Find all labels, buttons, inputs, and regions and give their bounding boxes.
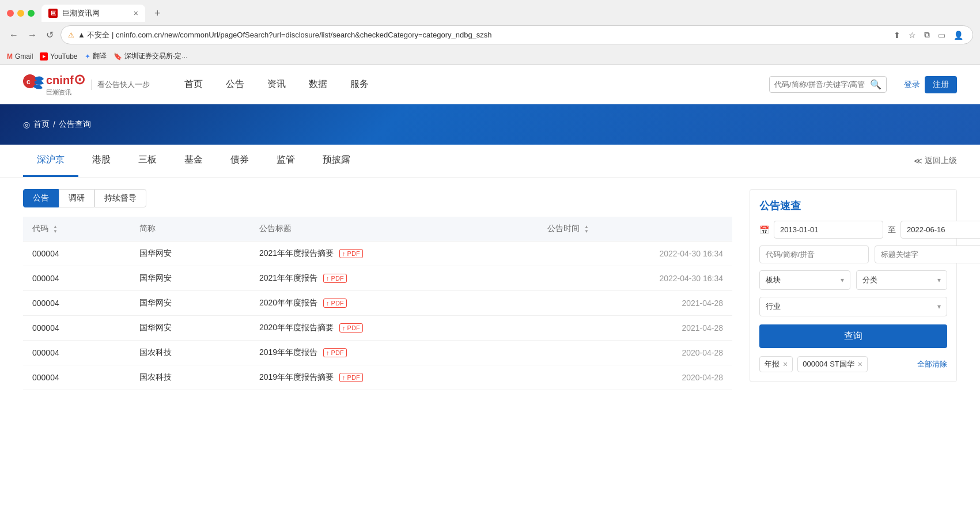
translate-icon: ✦	[85, 52, 90, 61]
new-tab-button[interactable]: +	[150, 5, 165, 22]
back-to-parent[interactable]: ≪ 返回上级	[914, 156, 957, 166]
filter-tag-company-code: 000004 ST国华 ×	[797, 356, 868, 372]
cell-name: 国农科技	[130, 341, 250, 365]
subnav-regulation[interactable]: 监管	[263, 145, 309, 177]
query-button[interactable]: 查询	[759, 324, 947, 348]
query-title-highlight: 速查	[780, 200, 801, 211]
col-header-time[interactable]: 公告时间 ▲▼	[538, 217, 732, 241]
site-search-box[interactable]: 🔍	[769, 76, 887, 93]
pdf-badge: ↑ PDF	[323, 299, 347, 308]
register-button[interactable]: 注册	[925, 76, 957, 93]
share-button[interactable]: ⬆	[891, 29, 903, 41]
industry-select[interactable]: 行业 ▾	[759, 297, 947, 316]
subnav-fund[interactable]: 基金	[171, 145, 217, 177]
cell-time: 2021-04-28	[538, 291, 732, 316]
date-to-input[interactable]	[900, 221, 980, 239]
right-panel: 公告速查 📅 至 板块 ▾ 分类 ▾	[750, 189, 957, 390]
bookmark-szse-label: 深圳证券交易所-定...	[124, 51, 188, 61]
cell-code: 000004	[23, 241, 130, 266]
col-header-code[interactable]: 代码 ▲▼	[23, 217, 130, 241]
filter-tag-annual-report: 年报 ×	[759, 356, 793, 372]
close-window-button[interactable]	[7, 10, 14, 17]
tab-title: 巨潮资讯网	[62, 8, 100, 18]
active-filters: 年报 × 000004 ST国华 × 全部清除	[759, 356, 947, 372]
cell-name: 国华网安	[130, 266, 250, 291]
address-bar[interactable]: ⚠ ▲ 不安全 | cninfo.com.cn/new/commonUrl/pa…	[60, 25, 973, 44]
cell-title[interactable]: 2019年年度报告 ↑ PDF	[250, 341, 538, 365]
svg-text:c: c	[27, 78, 31, 86]
cell-time: 2022-04-30 16:34	[538, 241, 732, 266]
minimize-window-button[interactable]	[17, 10, 24, 17]
back-label: 返回上级	[925, 156, 957, 166]
nav-announcement[interactable]: 公告	[226, 78, 244, 90]
subnav-pre-disclosure[interactable]: 预披露	[309, 145, 364, 177]
industry-label: 行业	[766, 301, 781, 312]
logo-area[interactable]: c cninf⊙ 巨潮资讯 看公告快人一步	[23, 72, 150, 97]
nav-service[interactable]: 服务	[350, 78, 369, 90]
cell-name: 国华网安	[130, 241, 250, 266]
logo-icon: c	[23, 74, 45, 95]
table-row: 000004 国华网安 2020年年度报告 ↑ PDF 2021-04-28	[23, 291, 732, 316]
filter-tag-close-annual[interactable]: ×	[783, 360, 788, 369]
cell-name: 国农科技	[130, 365, 250, 390]
bookmark-gmail[interactable]: M Gmail	[7, 52, 33, 61]
tab-research[interactable]: 调研	[59, 189, 94, 207]
browser-titlebar: 巨 巨潮资讯网 × +	[0, 0, 980, 22]
login-button[interactable]: 登录	[904, 80, 920, 90]
table-row: 000004 国华网安 2021年年度报告 ↑ PDF 2022-04-30 1…	[23, 266, 732, 291]
industry-row: 行业 ▾	[759, 297, 947, 316]
keyword-search-input[interactable]	[875, 245, 980, 263]
cell-code: 000004	[23, 341, 130, 365]
bookmark-translate[interactable]: ✦ 翻译	[85, 51, 107, 61]
site-search-input[interactable]	[774, 80, 867, 89]
site-search-button[interactable]: 🔍	[870, 79, 881, 90]
cell-title[interactable]: 2021年年度报告 ↑ PDF	[250, 266, 538, 291]
site-tagline: 看公告快人一步	[91, 80, 150, 90]
cell-title[interactable]: 2021年年度报告摘要 ↑ PDF	[250, 241, 538, 266]
cell-title[interactable]: 2020年年度报告 ↑ PDF	[250, 291, 538, 316]
tab-announcement[interactable]: 公告	[23, 189, 59, 207]
board-select[interactable]: 板块 ▾	[759, 270, 850, 290]
nav-home[interactable]: 首页	[184, 78, 203, 90]
sort-icon-time[interactable]: ▲▼	[584, 225, 589, 234]
site-header: c cninf⊙ 巨潮资讯 看公告快人一步 首页 公告 资讯 数据 服务 🔍	[0, 65, 980, 104]
filter-tag-close-company[interactable]: ×	[858, 360, 862, 369]
col-header-title: 公告标题	[250, 217, 538, 241]
bookmark-gmail-label: Gmail	[15, 52, 33, 61]
subnav-bond[interactable]: 债券	[217, 145, 263, 177]
date-from-input[interactable]	[774, 221, 883, 239]
breadcrumb: ◎ 首页 / 公告查询	[23, 119, 91, 130]
category-select[interactable]: 分类 ▾	[856, 270, 947, 290]
refresh-button[interactable]: ↺	[44, 27, 56, 43]
back-button[interactable]: ←	[7, 28, 21, 43]
breadcrumb-home[interactable]: 首页	[33, 119, 50, 130]
cell-code: 000004	[23, 316, 130, 341]
bookmark-youtube[interactable]: YouTube	[40, 52, 77, 61]
sidebar-button[interactable]: ▭	[936, 29, 948, 41]
nav-data[interactable]: 数据	[309, 78, 327, 90]
sort-icon-code[interactable]: ▲▼	[53, 225, 58, 234]
breadcrumb-current: 公告查询	[59, 119, 91, 130]
profile-button[interactable]: 👤	[951, 29, 966, 41]
cell-title[interactable]: 2020年年度报告摘要 ↑ PDF	[250, 316, 538, 341]
query-box: 公告速查 📅 至 板块 ▾ 分类 ▾	[750, 189, 957, 382]
tab-continuing-supervision[interactable]: 持续督导	[94, 189, 146, 207]
subnav-hk-stocks[interactable]: 港股	[78, 145, 124, 177]
tab-close-button[interactable]: ×	[134, 9, 138, 18]
active-browser-tab[interactable]: 巨 巨潮资讯网 ×	[41, 5, 145, 22]
bookmark-button[interactable]: ☆	[906, 29, 918, 41]
bookmark-szse[interactable]: 🔖 深圳证券交易所-定...	[113, 51, 188, 61]
maximize-window-button[interactable]	[28, 10, 35, 17]
main-content: 公告 调研 持续督导 代码 ▲▼ 简称 公告标题 公告时间 ▲▼	[0, 177, 980, 402]
bookmark-youtube-label: YouTube	[50, 52, 77, 61]
nav-news[interactable]: 资讯	[267, 78, 286, 90]
extensions-button[interactable]: ⧉	[922, 29, 932, 41]
cell-code: 000004	[23, 266, 130, 291]
clear-all-filters-button[interactable]: 全部清除	[917, 359, 947, 369]
code-search-input[interactable]	[759, 245, 869, 263]
forward-button[interactable]: →	[25, 28, 39, 43]
cell-title[interactable]: 2019年年度报告摘要 ↑ PDF	[250, 365, 538, 390]
subnav-shenzhen-shanghai-beijing[interactable]: 深沪京	[23, 145, 78, 177]
subnav-three-board[interactable]: 三板	[124, 145, 171, 177]
category-label: 分类	[862, 275, 877, 285]
